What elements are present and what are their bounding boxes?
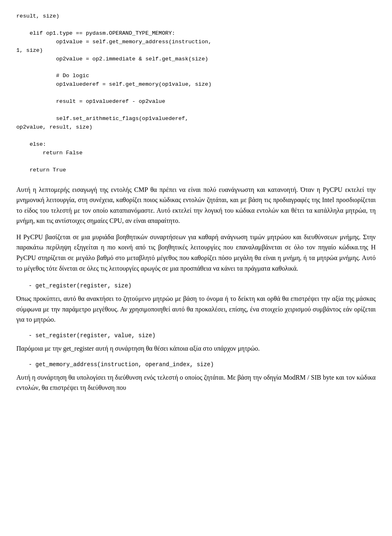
function-list: - get_register(register, size) Όπως προκ… — [16, 282, 376, 393]
function-1-desc: Όπως προκύπτει, αυτό θα ανακτήσει το ζητ… — [16, 294, 376, 325]
function-item-2: - set_register(register, value, size) Πα… — [16, 331, 376, 354]
function-3-label: - get_memory_address(instruction, operan… — [29, 360, 376, 369]
function-1-label: - get_register(register, size) — [29, 282, 376, 290]
function-2-desc: Παρόμοια με την get_register αυτή η συνά… — [16, 343, 376, 354]
paragraph-2: Η PyCPU βασίζεται σε μια μυριάδα βοηθητι… — [16, 232, 376, 274]
function-item-3: - get_memory_address(instruction, operan… — [16, 360, 376, 393]
code-block: result, size) elif op1.type == pydasm.OP… — [16, 12, 376, 175]
paragraph-1: Αυτή η λεπτομερής εισαγωγή της εντολής C… — [16, 185, 376, 226]
prose-container: Αυτή η λεπτομερής εισαγωγή της εντολής C… — [16, 185, 376, 274]
function-3-desc: Αυτή η συνάρτηση θα υπολογίσει τη διεύθυ… — [16, 372, 376, 393]
function-2-label: - set_register(register, value, size) — [29, 331, 376, 340]
function-item-1: - get_register(register, size) Όπως προκ… — [16, 282, 376, 325]
